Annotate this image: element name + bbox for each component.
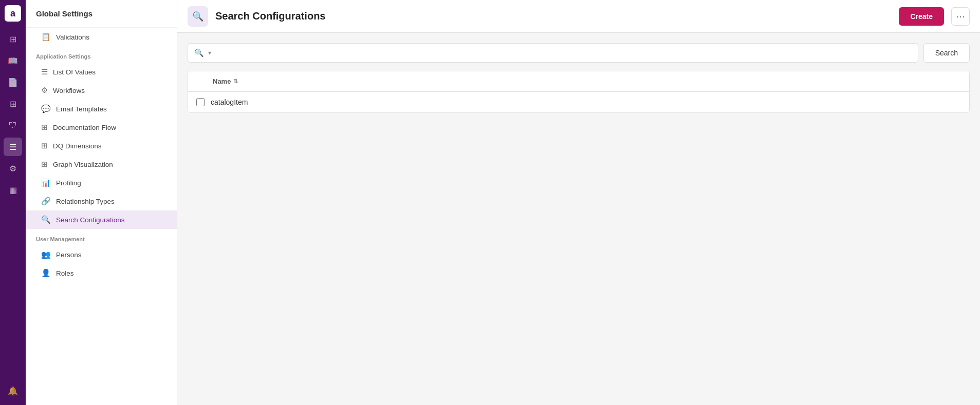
sidebar-item-relationship-types[interactable]: 🔗 Relationship Types [26,192,177,210]
email-templates-icon: 💬 [41,104,51,113]
sidebar-item-workflows[interactable]: ⚙ Workflows [26,81,177,100]
sidebar-item-label-relationship-types: Relationship Types [56,198,115,205]
sort-icon-name: ⇅ [233,78,238,85]
row-name-value[interactable]: catalogItem [211,98,248,106]
validations-icon: 📋 [41,32,51,42]
section-label-user-management: User Management [26,229,177,245]
search-chevron-icon[interactable]: ▾ [208,49,211,56]
search-config-header-icon: 🔍 [192,11,204,22]
table-row: catalogItem [188,92,969,112]
workflows-icon: ⚙ [41,86,48,95]
results-table: Name ⇅ catalogItem [188,71,970,113]
sidebar: Global Settings 📋 Validations Applicatio… [26,0,177,405]
search-configurations-icon: 🔍 [41,215,51,224]
list-of-values-icon: ☰ [41,67,48,76]
sidebar-item-persons[interactable]: 👥 Persons [26,245,177,264]
row-checkbox[interactable] [196,98,205,106]
column-name-label: Name [213,78,231,85]
search-button[interactable]: Search [923,43,970,63]
sidebar-item-label-dq-dimensions: DQ Dimensions [53,142,102,150]
sidebar-item-label-email-templates: Email Templates [56,105,107,113]
sidebar-item-list-of-values[interactable]: ☰ List Of Values [26,63,177,81]
nav-icon-document[interactable]: 📄 [4,73,22,91]
sidebar-item-label-graph-visualization: Graph Visualization [53,161,113,168]
search-icon: 🔍 [194,48,204,57]
sidebar-item-graph-visualization[interactable]: ⊞ Graph Visualization [26,155,177,173]
topbar: 🔍 Search Configurations Create ⋯ [177,0,980,33]
sidebar-item-label-validations: Validations [56,33,89,41]
sidebar-item-label-persons: Persons [56,251,82,259]
create-button[interactable]: Create [899,7,944,26]
column-header-name[interactable]: Name ⇅ [213,78,238,85]
search-input[interactable] [215,44,912,62]
sidebar-item-label-roles: Roles [56,269,74,277]
sidebar-header: Global Settings [26,0,177,28]
nav-icon-bell[interactable]: 🔔 [4,381,22,400]
icon-nav: a ⊞ 📖 📄 ⊞ 🛡 ☰ ⚙ ▦ 🔔 [0,0,26,405]
nav-icon-shield[interactable]: 🛡 [4,116,22,134]
sidebar-item-label-workflows: Workflows [53,87,85,94]
nav-icon-grid[interactable]: ⊞ [4,94,22,113]
sidebar-item-label-profiling: Profiling [56,179,81,187]
sidebar-item-roles[interactable]: 👤 Roles [26,264,177,282]
search-input-wrap[interactable]: 🔍 ▾ [188,43,918,63]
page-title: Search Configurations [215,10,892,22]
sidebar-item-profiling[interactable]: 📊 Profiling [26,173,177,192]
app-logo[interactable]: a [5,5,21,22]
sidebar-item-validations[interactable]: 📋 Validations [26,28,177,46]
persons-icon: 👥 [41,250,51,259]
search-bar: 🔍 ▾ Search [188,43,970,63]
more-options-button[interactable]: ⋯ [951,7,970,26]
nav-icon-table[interactable]: ▦ [4,181,22,199]
sidebar-item-search-configurations[interactable]: 🔍 Search Configurations [26,210,177,229]
sidebar-item-label-list-of-values: List Of Values [53,68,96,76]
sidebar-item-email-templates[interactable]: 💬 Email Templates [26,100,177,118]
nav-icon-gear[interactable]: ⚙ [4,159,22,178]
sidebar-item-label-documentation-flow: Documentation Flow [53,124,116,131]
main-content: 🔍 Search Configurations Create ⋯ 🔍 ▾ Sea… [177,0,980,405]
profiling-icon: 📊 [41,178,51,187]
graph-visualization-icon: ⊞ [41,160,48,169]
sidebar-item-dq-dimensions[interactable]: ⊞ DQ Dimensions [26,137,177,155]
topbar-icon: 🔍 [188,6,208,27]
sidebar-item-documentation-flow[interactable]: ⊞ Documentation Flow [26,118,177,137]
table-header-row: Name ⇅ [188,71,969,92]
relationship-types-icon: 🔗 [41,197,51,206]
content-area: 🔍 ▾ Search Name ⇅ catalogItem [177,33,980,405]
nav-icon-home[interactable]: ⊞ [4,30,22,48]
nav-icon-list[interactable]: ☰ [4,138,22,156]
dq-dimensions-icon: ⊞ [41,141,48,150]
more-options-icon: ⋯ [956,11,965,22]
section-label-app-settings: Application Settings [26,46,177,63]
sidebar-item-label-search-configurations: Search Configurations [56,216,125,224]
nav-icon-book[interactable]: 📖 [4,51,22,70]
roles-icon: 👤 [41,268,51,278]
documentation-flow-icon: ⊞ [41,123,48,132]
